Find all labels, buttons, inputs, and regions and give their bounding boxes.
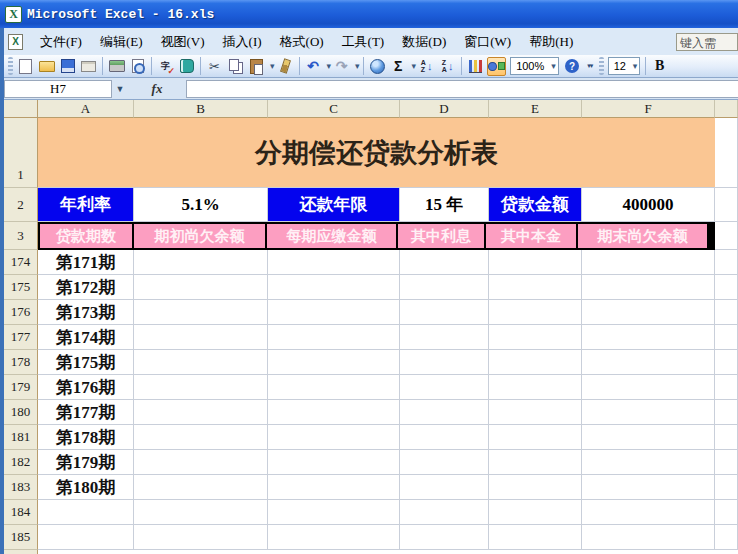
toolbar-drag-handle[interactable]: [8, 57, 13, 75]
cell[interactable]: [268, 300, 400, 325]
menu-help[interactable]: 帮助(H): [520, 30, 582, 54]
cell[interactable]: [715, 188, 738, 222]
name-box-dropdown-arrow[interactable]: ▼: [112, 80, 128, 98]
toolbar-options-icon[interactable]: [584, 57, 596, 76]
cell[interactable]: [268, 325, 400, 350]
sort-descending-icon[interactable]: ZA ↓: [438, 57, 457, 76]
cell[interactable]: [489, 425, 582, 450]
autosum-dropdown-arrow[interactable]: ▾: [412, 61, 417, 71]
menu-edit[interactable]: 编辑(E): [91, 30, 152, 54]
cell[interactable]: [489, 300, 582, 325]
cell[interactable]: [582, 375, 715, 400]
cell[interactable]: [400, 275, 489, 300]
column-header-b[interactable]: B: [134, 100, 268, 118]
period-cell[interactable]: 第176期: [38, 375, 134, 400]
sort-ascending-icon[interactable]: AZ ↓: [417, 57, 436, 76]
row-header[interactable]: 181: [4, 425, 38, 450]
annual-rate-value-cell[interactable]: 5.1%: [134, 188, 268, 222]
cell[interactable]: [400, 250, 489, 275]
row-header[interactable]: 185: [4, 525, 38, 550]
name-box[interactable]: H7: [4, 80, 112, 98]
bold-icon[interactable]: [650, 57, 669, 76]
cell[interactable]: [400, 400, 489, 425]
period-cell[interactable]: 第178期: [38, 425, 134, 450]
period-cell[interactable]: 第172期: [38, 275, 134, 300]
cell[interactable]: [400, 475, 489, 500]
menu-file[interactable]: 文件(F): [31, 30, 91, 54]
print-preview-icon[interactable]: [128, 57, 147, 76]
cell[interactable]: [715, 300, 738, 325]
cell[interactable]: [134, 275, 268, 300]
cell[interactable]: [134, 425, 268, 450]
cell[interactable]: [715, 375, 738, 400]
menu-view[interactable]: 视图(V): [152, 30, 214, 54]
cell[interactable]: [715, 425, 738, 450]
cell[interactable]: [582, 325, 715, 350]
row-header[interactable]: 178: [4, 350, 38, 375]
cell[interactable]: [715, 118, 738, 188]
drawing-icon[interactable]: [487, 57, 506, 76]
cell[interactable]: [400, 425, 489, 450]
repay-years-value-cell[interactable]: 15 年: [400, 188, 489, 222]
chart-wizard-icon[interactable]: [466, 57, 485, 76]
period-cell[interactable]: 第177期: [38, 400, 134, 425]
column-header-c[interactable]: C: [268, 100, 400, 118]
header-payment[interactable]: 每期应缴金额: [267, 224, 396, 248]
cell[interactable]: [489, 500, 582, 525]
row-header[interactable]: 175: [4, 275, 38, 300]
menu-window[interactable]: 窗口(W): [455, 30, 520, 54]
cell[interactable]: [582, 425, 715, 450]
cell[interactable]: [134, 300, 268, 325]
loan-amount-label-cell[interactable]: 贷款金额: [489, 188, 582, 222]
cell[interactable]: [489, 350, 582, 375]
cell[interactable]: [400, 300, 489, 325]
cell[interactable]: [582, 450, 715, 475]
header-end-balance[interactable]: 期末尚欠余额: [578, 224, 707, 248]
cell[interactable]: [582, 275, 715, 300]
autosum-icon[interactable]: [389, 57, 408, 76]
font-size-select[interactable]: 12 ▾: [608, 57, 641, 75]
cell[interactable]: [134, 350, 268, 375]
period-cell[interactable]: [38, 525, 134, 550]
cell[interactable]: [134, 500, 268, 525]
menu-insert[interactable]: 插入(I): [214, 30, 271, 54]
period-cell[interactable]: 第171期: [38, 250, 134, 275]
save-icon[interactable]: [58, 57, 77, 76]
cell[interactable]: [400, 450, 489, 475]
column-header-f[interactable]: F: [582, 100, 715, 118]
row-header[interactable]: 3: [4, 222, 38, 250]
mail-icon[interactable]: [79, 57, 98, 76]
cell[interactable]: [715, 350, 738, 375]
cell[interactable]: [268, 350, 400, 375]
menu-data[interactable]: 数据(D): [393, 30, 455, 54]
column-header-e[interactable]: E: [489, 100, 582, 118]
row-header[interactable]: 174: [4, 250, 38, 275]
cell[interactable]: [268, 500, 400, 525]
row-header[interactable]: 176: [4, 300, 38, 325]
cell[interactable]: [489, 375, 582, 400]
insert-function-icon[interactable]: fx: [152, 81, 163, 97]
cell[interactable]: [268, 375, 400, 400]
format-painter-icon[interactable]: [276, 57, 295, 76]
cell[interactable]: [268, 475, 400, 500]
cell[interactable]: [715, 400, 738, 425]
toolbar-drag-handle[interactable]: [599, 57, 604, 75]
cell[interactable]: [715, 325, 738, 350]
header-principal[interactable]: 其中本金: [486, 224, 576, 248]
row-header[interactable]: 180: [4, 400, 38, 425]
row-header[interactable]: 184: [4, 500, 38, 525]
redo-dropdown-arrow[interactable]: ▾: [355, 61, 360, 71]
cut-icon[interactable]: [205, 57, 224, 76]
sheet-title-cell[interactable]: 分期偿还贷款分析表: [38, 118, 715, 188]
row-header[interactable]: 183: [4, 475, 38, 500]
paste-icon[interactable]: [247, 57, 266, 76]
help-icon[interactable]: [563, 57, 582, 76]
period-cell[interactable]: 第175期: [38, 350, 134, 375]
cell[interactable]: [489, 450, 582, 475]
cell[interactable]: [400, 375, 489, 400]
row-header[interactable]: 177: [4, 325, 38, 350]
cell[interactable]: [268, 425, 400, 450]
select-all-corner[interactable]: [4, 100, 38, 118]
header-begin-balance[interactable]: 期初尚欠余额: [134, 224, 265, 248]
cell[interactable]: [582, 500, 715, 525]
